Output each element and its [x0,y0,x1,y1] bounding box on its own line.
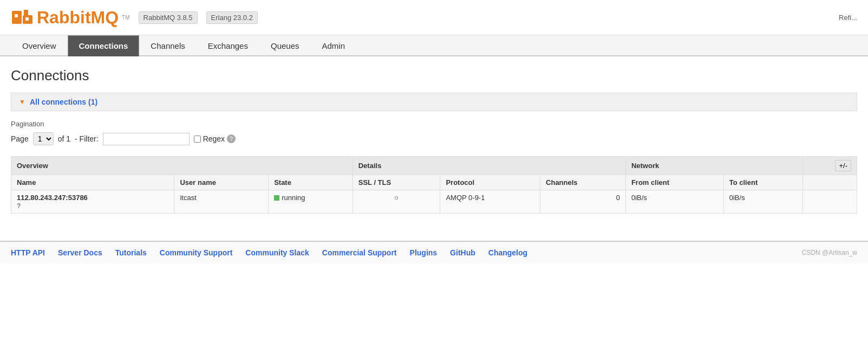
all-connections-label[interactable]: All connections (1) [30,98,97,106]
connection-name-value: 112.80.243.247:53786 [17,194,88,202]
collapse-arrow-icon: ▼ [19,98,25,106]
footer-link-community-slack[interactable]: Community Slack [245,248,309,257]
footer-credit: CSDN @Artisan_w [802,249,857,256]
logo-rabbit: Rabbit [37,8,91,27]
footer-link-community-support[interactable]: Community Support [160,248,233,257]
nav-item-admin[interactable]: Admin [311,35,357,56]
footer-link-commercial-support[interactable]: Commercial Support [322,248,397,257]
nav-item-overview[interactable]: Overview [11,35,68,56]
connection-state: running [269,190,353,214]
svg-rect-4 [25,17,29,21]
footer-link-tutorials[interactable]: Tutorials [115,248,147,257]
pagination-controls: Page 1 of 1 - Filter: Regex ? [11,132,857,145]
column-header-row: Name User name State SSL / TLS Protocol … [11,175,857,190]
filter-label: - Filter: [75,134,99,143]
connection-name[interactable]: 112.80.243.247:53786 ? [11,190,174,214]
all-connections-header[interactable]: ▼ All connections (1) [11,93,857,111]
logo: RabbitMQ TM [11,5,130,29]
footer: HTTP API Server Docs Tutorials Community… [0,241,868,264]
connections-table: Overview Details Network +/- Name User n… [11,156,857,214]
page-select[interactable]: 1 [33,132,54,145]
running-dot-icon [274,195,279,201]
connection-to-client: 0iB/s [723,190,802,214]
erlang-version-badge: Erlang 23.0.2 [206,11,258,24]
of-label: of 1 [58,134,70,143]
page-label: Page [11,134,29,143]
col-to-client: To client [723,175,802,190]
footer-link-changelog[interactable]: Changelog [488,248,527,257]
nav-item-exchanges[interactable]: Exchanges [197,35,259,56]
footer-link-server-docs[interactable]: Server Docs [58,248,102,257]
connection-channels: 0 [540,190,626,214]
state-label: running [282,194,305,202]
regex-label: Regex [203,134,225,143]
col-channels: Channels [540,175,626,190]
connection-protocol: AMQP 0-9-1 [440,190,540,214]
regex-checkbox[interactable] [194,136,201,143]
logo-tm: TM [122,15,129,21]
refresh-text[interactable]: Refi... [839,14,857,22]
col-from-client: From client [625,175,723,190]
main-nav: Overview Connections Channels Exchanges … [0,35,868,56]
regex-check-group: Regex ? [194,134,236,143]
col-ssl-tls: SSL / TLS [353,175,440,190]
col-state: State [269,175,353,190]
rabbitmq-logo-icon [11,5,35,29]
logo-text: RabbitMQ [37,8,119,28]
plus-minus-button[interactable]: +/- [835,160,851,171]
footer-link-plugins[interactable]: Plugins [410,248,438,257]
overview-group-header: Overview [11,157,353,175]
nav-item-queues[interactable]: Queues [259,35,311,56]
page-title: Connections [11,67,857,84]
plus-minus-group-header: +/- [802,157,857,175]
svg-rect-3 [15,14,18,17]
table-row: 112.80.243.247:53786 ? itcast running ○ … [11,190,857,214]
nav-item-connections[interactable]: Connections [68,35,140,56]
details-group-header: Details [353,157,625,175]
footer-link-github[interactable]: GitHub [450,248,475,257]
filter-input[interactable] [103,133,190,145]
logo-mq: MQ [91,8,119,27]
footer-link-http-api[interactable]: HTTP API [11,248,45,257]
connection-username: itcast [174,190,269,214]
col-protocol: Protocol [440,175,540,190]
connection-extra [802,190,857,214]
col-spacer [802,175,857,190]
svg-rect-2 [24,10,28,16]
state-badge: running [274,194,305,202]
header: RabbitMQ TM RabbitMQ 3.8.5 Erlang 23.0.2… [0,0,868,35]
connection-name-sub: ? [17,202,21,210]
connection-ssl-tls: ○ [353,190,440,214]
rabbitmq-version-badge: RabbitMQ 3.8.5 [139,11,198,24]
regex-help-icon[interactable]: ? [227,134,236,143]
group-header-row: Overview Details Network +/- [11,157,857,175]
connection-from-client: 0iB/s [625,190,723,214]
main-content: Connections ▼ All connections (1) Pagina… [0,56,868,224]
col-username: User name [174,175,269,190]
col-name: Name [11,175,174,190]
nav-item-channels[interactable]: Channels [139,35,196,56]
network-group-header: Network [625,157,802,175]
pagination-label: Pagination [11,120,857,128]
